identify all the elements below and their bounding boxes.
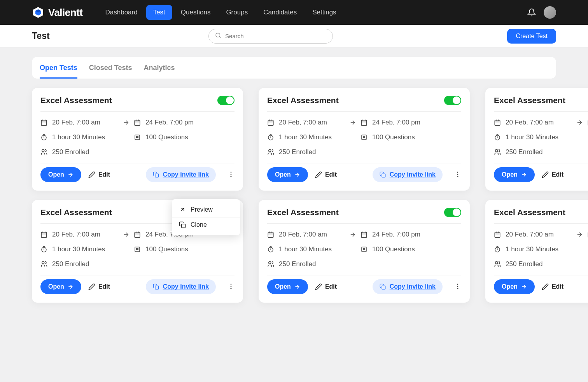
more-button[interactable] — [228, 283, 234, 291]
edit-button[interactable]: Edit — [542, 171, 564, 178]
timer-icon — [40, 246, 47, 253]
more-button[interactable] — [228, 171, 234, 179]
calendar-icon — [494, 231, 501, 238]
card-actions: Open Edit Copy invite link — [40, 163, 234, 182]
nav-settings[interactable]: Settings — [305, 5, 343, 20]
timer-icon — [267, 134, 274, 141]
tab-closed-tests[interactable]: Closed Tests — [89, 64, 132, 79]
card-title: Excel Assessment — [40, 96, 112, 105]
arrow-right-icon — [345, 119, 360, 126]
enrolled-icon — [267, 261, 274, 268]
search-input[interactable] — [225, 33, 326, 39]
toggle-switch[interactable] — [217, 96, 234, 105]
svg-point-83 — [231, 284, 232, 285]
toggle-switch[interactable] — [444, 96, 461, 105]
avatar[interactable] — [544, 6, 556, 19]
card-title: Excel Assessment — [40, 208, 112, 217]
nav-right — [527, 6, 556, 19]
questions-icon — [134, 134, 141, 141]
dropdown-preview[interactable]: Preview — [172, 202, 240, 217]
svg-point-23 — [231, 172, 232, 173]
svg-rect-91 — [361, 232, 367, 238]
toggle-switch[interactable] — [444, 208, 461, 217]
open-button[interactable]: Open — [40, 279, 81, 294]
open-button[interactable]: Open — [267, 167, 308, 182]
timer-icon — [40, 134, 47, 141]
sub-header: Test Create Test — [0, 25, 588, 47]
timer-icon — [494, 134, 501, 141]
card-header: Excel Assessment — [40, 96, 234, 112]
calendar-icon — [40, 119, 47, 126]
enrolled-icon — [40, 149, 47, 156]
open-button[interactable]: Open — [40, 167, 81, 182]
dropdown-clone[interactable]: Clone — [172, 217, 240, 232]
duration: 1 hour 30 Minutes — [52, 133, 105, 141]
edit-button[interactable]: Edit — [315, 171, 337, 178]
edit-button[interactable]: Edit — [88, 283, 110, 290]
test-card: Excel Assessment 20 Feb, 7:00 am24 Feb, … — [259, 88, 470, 191]
svg-point-80 — [42, 261, 44, 264]
arrow-right-icon — [118, 231, 134, 238]
tab-analytics[interactable]: Analytics — [144, 64, 175, 79]
copy-icon — [153, 284, 159, 290]
arrow-right-icon — [521, 172, 527, 178]
clone-icon — [179, 221, 186, 228]
calendar-icon — [267, 231, 274, 238]
nav-test[interactable]: Test — [146, 5, 172, 20]
copy-invite-button[interactable]: Copy invite link — [146, 167, 216, 182]
svg-point-85 — [231, 287, 232, 289]
nav-dashboard[interactable]: Dashboard — [98, 5, 144, 20]
edit-button[interactable]: Edit — [88, 171, 110, 178]
bell-icon[interactable] — [527, 8, 536, 17]
test-card: Excel Assessment 20 Feb, 7:00 am 24 Feb,… — [32, 88, 243, 191]
svg-point-47 — [457, 175, 458, 177]
svg-point-3 — [216, 33, 220, 37]
svg-rect-82 — [155, 286, 159, 289]
enrolled: 250 Enrolled — [52, 148, 89, 156]
logo-icon — [32, 6, 44, 19]
copy-icon — [380, 172, 386, 178]
svg-point-42 — [269, 149, 271, 152]
edit-button[interactable]: Edit — [542, 283, 564, 290]
more-dropdown: Preview Clone — [172, 199, 240, 235]
more-button[interactable] — [454, 171, 461, 179]
end-date: 24 Feb, 7:00 pm — [145, 119, 194, 126]
card-title: Excel Assessment — [494, 96, 565, 105]
nav-candidates[interactable]: Candidates — [256, 5, 304, 20]
search-icon — [215, 32, 221, 40]
arrow-right-icon — [345, 231, 360, 238]
card-title: Excel Assessment — [267, 208, 339, 217]
tab-open-tests[interactable]: Open Tests — [40, 64, 77, 79]
svg-rect-44 — [382, 174, 385, 177]
arrow-right-icon — [572, 231, 587, 238]
test-card: Excel Assessment 20 Feb, 7:00 am24 Feb, … — [485, 200, 588, 303]
search-box[interactable] — [208, 29, 333, 44]
more-vertical-icon — [228, 171, 234, 178]
create-test-button[interactable]: Create Test — [507, 29, 556, 44]
arrow-right-icon — [67, 284, 74, 290]
cards-row-2: Excel Assessment 20 Feb, 7:00 am24 Feb, … — [32, 200, 588, 303]
svg-point-63 — [495, 149, 498, 152]
copy-icon — [153, 172, 159, 178]
svg-point-105 — [457, 286, 458, 287]
nav-questions[interactable]: Questions — [174, 5, 218, 20]
svg-point-101 — [269, 261, 271, 264]
open-button[interactable]: Open — [267, 279, 308, 294]
svg-point-24 — [231, 173, 232, 175]
nav-groups[interactable]: Groups — [219, 5, 255, 20]
svg-rect-48 — [495, 120, 500, 126]
logo[interactable]: Valientt — [32, 6, 82, 19]
open-button[interactable]: Open — [494, 167, 535, 182]
edit-button[interactable]: Edit — [315, 283, 337, 290]
svg-point-25 — [231, 175, 232, 177]
svg-rect-103 — [382, 286, 385, 289]
open-button[interactable]: Open — [494, 279, 535, 294]
svg-rect-65 — [41, 232, 47, 238]
more-button[interactable] — [454, 283, 461, 291]
copy-invite-button[interactable]: Copy invite link — [373, 279, 443, 294]
copy-invite-button[interactable]: Copy invite link — [373, 167, 443, 182]
copy-invite-button[interactable]: Copy invite link — [146, 279, 216, 294]
copy-icon — [380, 284, 386, 290]
svg-point-104 — [457, 284, 458, 285]
card-body: 20 Feb, 7:00 am 24 Feb, 7:00 pm 1 hour 3… — [40, 112, 234, 156]
